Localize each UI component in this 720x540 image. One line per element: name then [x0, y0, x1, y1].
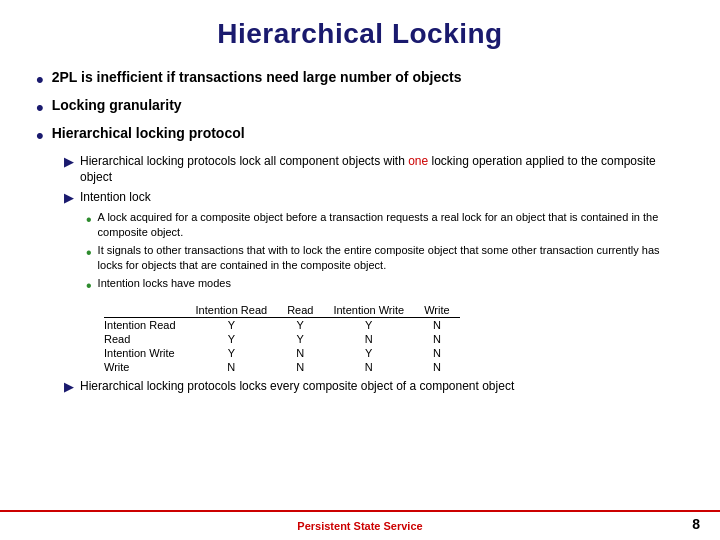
sub-bullet-3-arrow: ▶	[64, 378, 74, 396]
row-2-label: Read	[104, 332, 186, 346]
l3-bullet-2-icon: •	[86, 243, 92, 264]
sub-bullet-2: ▶ Intention lock	[64, 189, 684, 207]
header-col-2: Read	[277, 303, 323, 318]
sub-bullet-2-arrow: ▶	[64, 189, 74, 207]
bullet-3-text: Hierarchical locking protocol	[52, 124, 245, 144]
header-col-3: Intention Write	[323, 303, 414, 318]
bullet-1-text: 2PL is inefficient if transactions need …	[52, 68, 462, 88]
l3-bullet-3: • Intention locks have modes	[86, 276, 684, 297]
row-4-col-4: N	[414, 360, 459, 374]
intention-lock-sub: • A lock acquired for a composite object…	[86, 210, 684, 373]
slide: Hierarchical Locking • 2PL is inefficien…	[0, 0, 720, 540]
row-4-col-2: N	[277, 360, 323, 374]
slide-title: Hierarchical Locking	[36, 18, 684, 50]
footer-service: Persistent State Service	[297, 520, 422, 532]
sub-bullet-1-text: Hierarchical locking protocols lock all …	[80, 153, 684, 187]
row-2-col-3: N	[323, 332, 414, 346]
bullet-3-icon: •	[36, 124, 44, 148]
lock-modes-table-container: Intention Read Read Intention Write Writ…	[104, 303, 684, 374]
l3-bullet-1-text: A lock acquired for a composite object b…	[98, 210, 684, 240]
row-2-col-4: N	[414, 332, 459, 346]
header-col-1: Intention Read	[186, 303, 278, 318]
bullet-2: • Locking granularity	[36, 96, 684, 120]
l3-bullet-1-icon: •	[86, 210, 92, 231]
bullet-3-sub: ▶ Hierarchical locking protocols lock al…	[64, 153, 684, 396]
sub-bullet-3-text: Hierarchical locking protocols locks eve…	[80, 378, 514, 395]
row-1-col-3: Y	[323, 317, 414, 332]
sub-bullet-1-arrow: ▶	[64, 153, 74, 171]
bullet-1: • 2PL is inefficient if transactions nee…	[36, 68, 684, 92]
table-row-1: Intention Read Y Y Y N	[104, 317, 460, 332]
row-1-col-1: Y	[186, 317, 278, 332]
row-3-col-3: Y	[323, 346, 414, 360]
bullet-2-text: Locking granularity	[52, 96, 182, 116]
bullet-1-icon: •	[36, 68, 44, 92]
row-4-col-1: N	[186, 360, 278, 374]
row-2-col-1: Y	[186, 332, 278, 346]
sub-bullet-1: ▶ Hierarchical locking protocols lock al…	[64, 153, 684, 187]
table-header-row: Intention Read Read Intention Write Writ…	[104, 303, 460, 318]
sub-bullet-3: ▶ Hierarchical locking protocols locks e…	[64, 378, 684, 396]
table-row-2: Read Y Y N N	[104, 332, 460, 346]
row-3-col-2: N	[277, 346, 323, 360]
table-row-4: Write N N N N	[104, 360, 460, 374]
table-row-3: Intention Write Y N Y N	[104, 346, 460, 360]
l3-bullet-3-text: Intention locks have modes	[98, 276, 231, 291]
bullet-2-icon: •	[36, 96, 44, 120]
header-col-4: Write	[414, 303, 459, 318]
highlight-one: one	[408, 154, 428, 168]
row-4-col-3: N	[323, 360, 414, 374]
sub-bullet-2-text: Intention lock	[80, 189, 151, 206]
header-col-0	[104, 303, 186, 318]
row-4-label: Write	[104, 360, 186, 374]
bullet-3: • Hierarchical locking protocol	[36, 124, 684, 148]
lock-modes-table: Intention Read Read Intention Write Writ…	[104, 303, 460, 374]
l3-bullet-2-text: It signals to other transactions that wi…	[98, 243, 684, 273]
row-3-col-1: Y	[186, 346, 278, 360]
row-1-col-2: Y	[277, 317, 323, 332]
row-2-col-2: Y	[277, 332, 323, 346]
row-1-col-4: N	[414, 317, 459, 332]
l3-bullet-3-icon: •	[86, 276, 92, 297]
row-3-label: Intention Write	[104, 346, 186, 360]
l3-bullet-2: • It signals to other transactions that …	[86, 243, 684, 273]
footer-page: 8	[692, 516, 700, 532]
row-3-col-4: N	[414, 346, 459, 360]
l3-bullet-1: • A lock acquired for a composite object…	[86, 210, 684, 240]
footer-line	[0, 510, 720, 512]
row-1-label: Intention Read	[104, 317, 186, 332]
